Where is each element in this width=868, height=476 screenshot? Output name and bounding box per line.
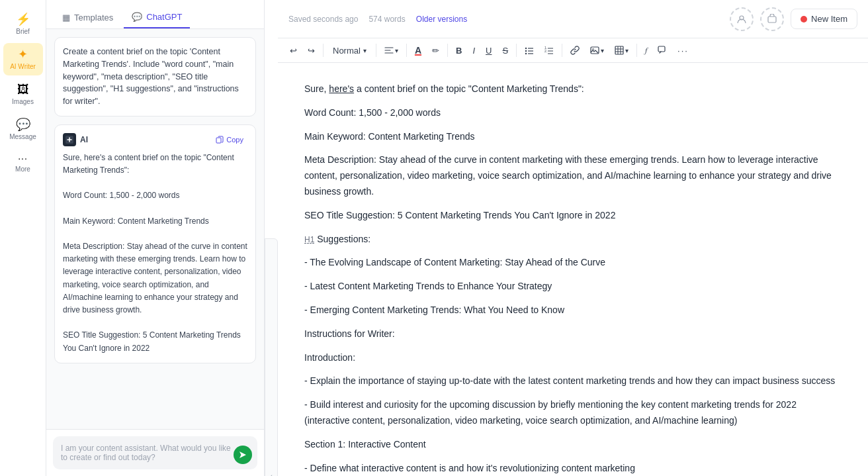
ai-writer-icon: ✦ <box>18 48 28 60</box>
copy-button[interactable]: Copy <box>212 134 247 146</box>
user-message: Create a content brief on the topic 'Con… <box>54 37 256 117</box>
sidebar-label-images: Images <box>12 98 34 105</box>
collapse-panel-button[interactable]: ‹ <box>265 238 278 477</box>
new-item-button[interactable]: New Item <box>791 9 857 29</box>
copy-label: Copy <box>226 136 243 144</box>
underline-button[interactable]: U <box>482 43 496 58</box>
comment-button[interactable] <box>654 43 671 58</box>
svg-text:2.: 2. <box>544 49 547 53</box>
editor-line-3: Main Keyword: Content Marketing Trends <box>304 129 842 145</box>
highlight-button[interactable]: ✏ <box>428 43 443 58</box>
italic-icon: I <box>472 46 475 56</box>
word-count: 574 words <box>369 15 405 24</box>
toolbar-sep-7 <box>636 44 637 57</box>
editor-topbar: Saved seconds ago 574 words Older versio… <box>278 0 868 38</box>
bullet-list-button[interactable] <box>521 43 538 58</box>
redo-button[interactable]: ↪ <box>304 43 319 58</box>
saved-status: Saved seconds ago <box>288 15 358 24</box>
svg-point-10 <box>593 49 594 50</box>
font-color-icon: A <box>415 45 421 56</box>
sidebar-item-more[interactable]: ··· More <box>3 148 43 178</box>
share-button[interactable] <box>760 7 784 31</box>
redo-icon: ↪ <box>308 46 315 56</box>
italic-button[interactable]: I <box>468 43 479 58</box>
message-icon: 💬 <box>16 119 30 130</box>
svg-point-4 <box>525 48 527 49</box>
sidebar-label-more: More <box>15 166 30 173</box>
h1-tag: H1 <box>304 235 314 244</box>
svg-rect-1 <box>216 138 221 143</box>
user-message-text: Create a content brief on the topic 'Con… <box>63 47 239 106</box>
tab-chatgpt[interactable]: 💬 ChatGPT <box>124 7 190 28</box>
sidebar-item-images[interactable]: 🖼 Images <box>3 78 43 111</box>
numbered-list-button[interactable]: 1. 2. <box>541 43 558 58</box>
undo-button[interactable]: ↩ <box>286 43 301 58</box>
font-color-button[interactable]: A <box>411 42 425 58</box>
svg-rect-11 <box>615 46 623 54</box>
user-icon <box>736 14 747 24</box>
sidebar-item-message[interactable]: 💬 Message <box>3 113 43 146</box>
comment-icon <box>658 46 667 55</box>
user-avatar[interactable] <box>730 7 754 31</box>
ai-avatar <box>63 133 76 146</box>
bold-button[interactable]: B <box>452 43 466 58</box>
sidebar-label-brief: Brief <box>16 28 30 35</box>
style-selector[interactable]: Normal ▾ <box>327 43 372 58</box>
editor-line-10: Instructions for Writer: <box>304 326 842 342</box>
editor-line-15: - Define what interactive content is and… <box>304 461 842 476</box>
editor-content[interactable]: Sure, here's a content brief on the topi… <box>278 63 868 476</box>
toolbar-sep-1 <box>323 44 324 57</box>
sidebar-item-brief[interactable]: ⚡ Brief <box>3 8 43 40</box>
toolbar-sep-3 <box>406 44 407 57</box>
editor-line-5: SEO Title Suggestion: 5 Content Marketin… <box>304 208 842 224</box>
undo-icon: ↩ <box>290 46 297 56</box>
chat-input-wrapper: I am your content assistant. What would … <box>53 436 257 469</box>
here-link[interactable]: here's <box>329 83 354 94</box>
align-icon <box>384 46 394 55</box>
more-options-button[interactable]: ··· <box>673 43 693 58</box>
editor-line-4: Meta Description: Stay ahead of the curv… <box>304 152 842 199</box>
link-button[interactable] <box>566 43 584 58</box>
editor-line-6: H1 Suggestions: <box>304 232 842 248</box>
more-options-icon: ··· <box>677 46 689 56</box>
editor-line-2: Word Count: 1,500 - 2,000 words <box>304 105 842 121</box>
ai-response-text: Sure, here's a content brief on the topi… <box>63 152 247 355</box>
numbered-list-icon: 1. 2. <box>544 46 554 55</box>
ai-name: AI <box>80 135 88 144</box>
ai-label: AI <box>63 133 88 146</box>
image-button[interactable]: ▾ <box>586 43 608 58</box>
bullet-list-icon <box>525 46 534 55</box>
editor-line-11: Introduction: <box>304 350 842 366</box>
editor-panel: Saved seconds ago 574 words Older versio… <box>278 0 868 476</box>
toolbar-sep-4 <box>447 44 448 57</box>
older-versions-link[interactable]: Older versions <box>416 15 467 24</box>
formula-button[interactable]: 𝑓 <box>641 43 651 58</box>
align-button[interactable]: ▾ <box>380 43 402 58</box>
table-chevron: ▾ <box>625 47 629 54</box>
tab-templates[interactable]: ▦ Templates <box>54 7 121 28</box>
brief-icon: ⚡ <box>16 13 30 25</box>
sidebar-item-ai-writer[interactable]: ✦ AI Writer <box>3 43 43 75</box>
style-chevron-icon: ▾ <box>363 47 367 54</box>
editor-line-9: - Emerging Content Marketing Trends: Wha… <box>304 303 842 318</box>
table-icon <box>615 46 624 55</box>
editor-toolbar: ↩ ↪ Normal ▾ ▾ A ✏ B I <box>278 38 868 63</box>
align-chevron: ▾ <box>395 47 398 54</box>
editor-meta: Saved seconds ago 574 words Older versio… <box>288 15 467 24</box>
editor-actions: New Item <box>730 7 857 31</box>
svg-rect-3 <box>768 17 776 23</box>
send-button[interactable] <box>234 446 252 464</box>
ai-message: AI Copy Sure, here's a content brief on … <box>54 124 256 363</box>
tab-chatgpt-label: ChatGPT <box>146 12 182 22</box>
copy-icon <box>216 136 224 144</box>
images-icon: 🖼 <box>17 83 29 95</box>
templates-icon: ▦ <box>62 13 70 23</box>
chat-input-area: I am your content assistant. What would … <box>46 429 264 476</box>
strikethrough-button[interactable]: S <box>498 43 512 58</box>
editor-line-14: Section 1: Interactive Content <box>304 437 842 453</box>
table-button[interactable]: ▾ <box>611 43 632 58</box>
image-chevron: ▾ <box>601 47 604 54</box>
highlight-icon: ✏ <box>432 46 439 56</box>
svg-point-6 <box>525 53 527 54</box>
editor-line-12: - Explain the importance of staying up-t… <box>304 373 842 389</box>
